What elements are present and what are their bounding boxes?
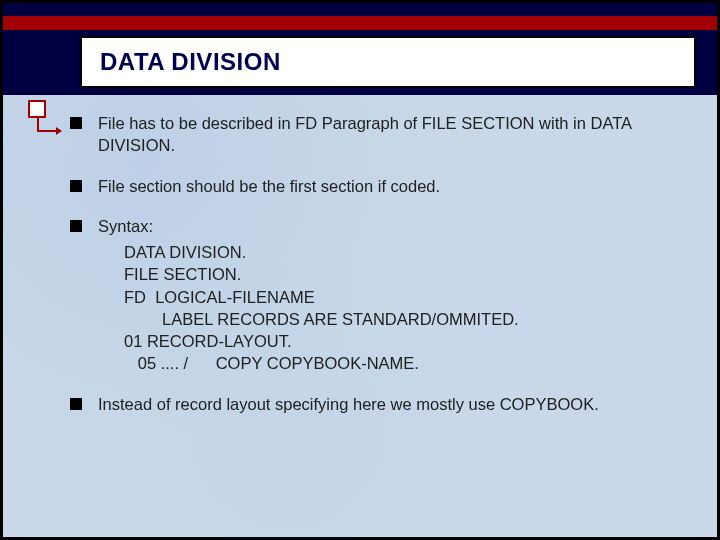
syntax-block: DATA DIVISION. FILE SECTION. FD LOGICAL-… [98,241,692,375]
header-red-bar [3,16,717,30]
list-item: File has to be described in FD Paragraph… [70,112,692,157]
bullet-text: File section should be the first section… [98,175,692,197]
bullet-icon [70,220,82,232]
list-item: Syntax: DATA DIVISION. FILE SECTION. FD … [70,215,692,375]
slide-title: DATA DIVISION [100,48,281,76]
bullet-icon [70,117,82,129]
decor-square [28,100,46,118]
decor-arrow-tip [56,127,62,135]
syntax-line: 05 .... / COPY COPYBOOK-NAME. [124,352,692,374]
title-box: DATA DIVISION [80,36,696,88]
list-item: File section should be the first section… [70,175,692,197]
content-area: File has to be described in FD Paragraph… [70,112,692,520]
decor-arrow-stem-h [37,130,57,132]
syntax-label: Syntax: [98,215,692,237]
bullet-icon [70,180,82,192]
bullet-icon [70,398,82,410]
syntax-line: FD LOGICAL-FILENAME [124,286,692,308]
list-item: Instead of record layout specifying here… [70,393,692,415]
syntax-line: FILE SECTION. [124,263,692,285]
syntax-line: LABEL RECORDS ARE STANDARD/OMMITED. [124,308,692,330]
syntax-line: 01 RECORD-LAYOUT. [124,330,692,352]
syntax-line: DATA DIVISION. [124,241,692,263]
bullet-text: File has to be described in FD Paragraph… [98,112,692,157]
bullet-text: Instead of record layout specifying here… [98,393,692,415]
syntax-body: Syntax: DATA DIVISION. FILE SECTION. FD … [98,215,692,375]
